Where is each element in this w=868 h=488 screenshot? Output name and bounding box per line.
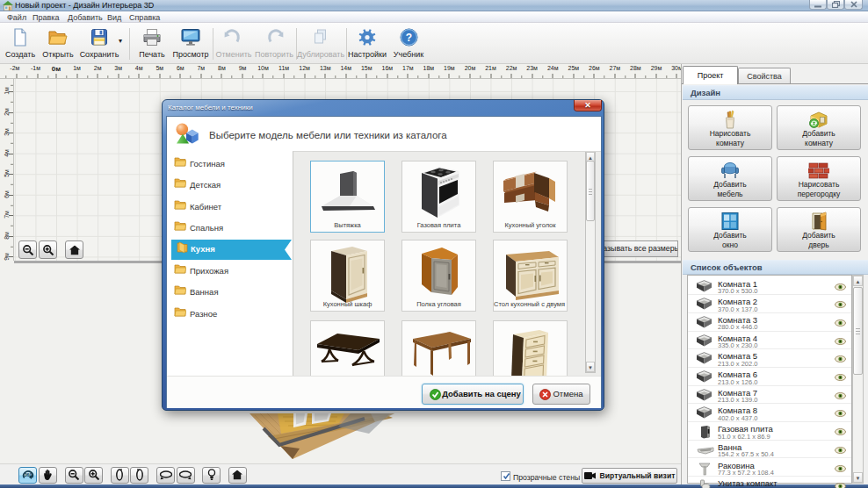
svg-text:360: 360 [24, 472, 32, 477]
svg-text:?: ? [405, 32, 411, 44]
